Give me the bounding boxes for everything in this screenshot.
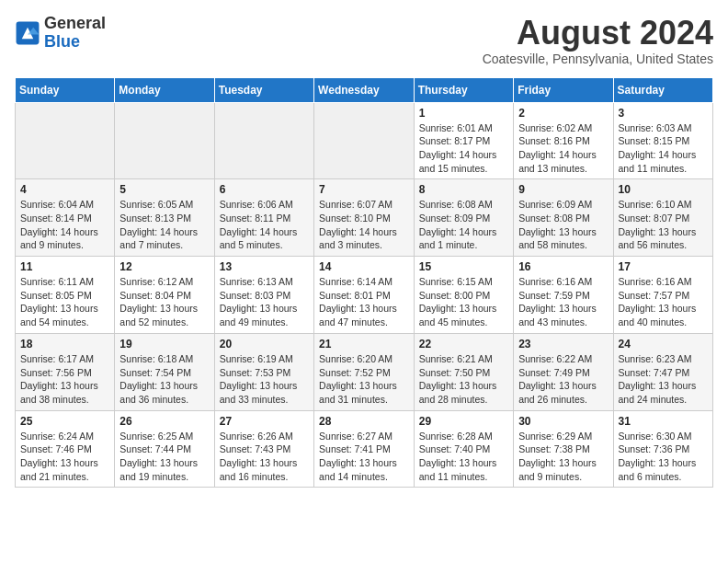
day-info: Sunrise: 6:22 AM Sunset: 7:49 PM Dayligh…	[518, 352, 608, 407]
day-number: 21	[319, 338, 409, 350]
day-cell: 20Sunrise: 6:19 AM Sunset: 7:53 PM Dayli…	[214, 333, 313, 410]
day-cell: 1Sunrise: 6:01 AM Sunset: 8:17 PM Daylig…	[414, 102, 513, 179]
day-number: 17	[619, 260, 708, 273]
day-cell: 19Sunrise: 6:18 AM Sunset: 7:54 PM Dayli…	[115, 333, 214, 410]
day-cell	[214, 102, 313, 179]
day-info: Sunrise: 6:26 AM Sunset: 7:43 PM Dayligh…	[220, 430, 309, 484]
day-cell: 6Sunrise: 6:06 AM Sunset: 8:11 PM Daylig…	[214, 179, 313, 257]
day-number: 6	[220, 183, 309, 196]
day-info: Sunrise: 6:20 AM Sunset: 7:52 PM Dayligh…	[319, 352, 409, 407]
day-number: 27	[220, 415, 309, 428]
calendar-table: SundayMondayTuesdayWednesdayThursdayFrid…	[15, 77, 713, 488]
day-number: 28	[319, 415, 409, 428]
day-cell: 21Sunrise: 6:20 AM Sunset: 7:52 PM Dayli…	[314, 333, 415, 410]
day-cell: 27Sunrise: 6:26 AM Sunset: 7:43 PM Dayli…	[214, 410, 313, 488]
day-cell: 9Sunrise: 6:09 AM Sunset: 8:08 PM Daylig…	[514, 179, 613, 257]
day-number: 16	[518, 260, 608, 273]
day-info: Sunrise: 6:08 AM Sunset: 8:09 PM Dayligh…	[419, 198, 508, 252]
logo-line2: Blue	[44, 33, 106, 52]
day-cell: 30Sunrise: 6:29 AM Sunset: 7:38 PM Dayli…	[514, 410, 613, 488]
day-info: Sunrise: 6:19 AM Sunset: 7:53 PM Dayligh…	[220, 352, 309, 407]
day-cell	[115, 102, 214, 179]
day-cell: 8Sunrise: 6:08 AM Sunset: 8:09 PM Daylig…	[414, 179, 513, 257]
day-info: Sunrise: 6:11 AM Sunset: 8:05 PM Dayligh…	[20, 275, 109, 329]
day-cell: 15Sunrise: 6:15 AM Sunset: 8:00 PM Dayli…	[414, 257, 513, 334]
subtitle: Coatesville, Pennsylvania, United States	[483, 52, 713, 66]
day-number: 7	[319, 183, 409, 196]
week-row-3: 11Sunrise: 6:11 AM Sunset: 8:05 PM Dayli…	[16, 257, 713, 334]
day-info: Sunrise: 6:06 AM Sunset: 8:11 PM Dayligh…	[220, 198, 309, 252]
day-cell: 4Sunrise: 6:04 AM Sunset: 8:14 PM Daylig…	[16, 179, 115, 257]
day-number: 3	[619, 107, 708, 120]
day-number: 20	[220, 338, 309, 350]
day-number: 2	[518, 107, 608, 120]
day-number: 18	[20, 338, 109, 350]
day-info: Sunrise: 6:27 AM Sunset: 7:41 PM Dayligh…	[319, 430, 409, 484]
day-cell: 13Sunrise: 6:13 AM Sunset: 8:03 PM Dayli…	[214, 257, 313, 334]
day-info: Sunrise: 6:17 AM Sunset: 7:56 PM Dayligh…	[20, 352, 109, 407]
header-cell-saturday: Saturday	[613, 77, 712, 102]
day-info: Sunrise: 6:13 AM Sunset: 8:03 PM Dayligh…	[220, 275, 309, 329]
page-header: General Blue August 2024 Coatesville, Pe…	[15, 15, 713, 66]
day-cell: 31Sunrise: 6:30 AM Sunset: 7:36 PM Dayli…	[613, 410, 712, 488]
week-row-4: 18Sunrise: 6:17 AM Sunset: 7:56 PM Dayli…	[16, 333, 713, 410]
day-number: 26	[119, 415, 209, 428]
day-info: Sunrise: 6:05 AM Sunset: 8:13 PM Dayligh…	[119, 198, 209, 252]
day-number: 22	[419, 338, 508, 350]
day-number: 4	[20, 183, 109, 196]
day-info: Sunrise: 6:09 AM Sunset: 8:08 PM Dayligh…	[518, 198, 608, 252]
day-cell: 5Sunrise: 6:05 AM Sunset: 8:13 PM Daylig…	[115, 179, 214, 257]
week-row-5: 25Sunrise: 6:24 AM Sunset: 7:46 PM Dayli…	[16, 410, 713, 488]
day-info: Sunrise: 6:12 AM Sunset: 8:04 PM Dayligh…	[119, 275, 209, 329]
calendar-header: SundayMondayTuesdayWednesdayThursdayFrid…	[16, 77, 713, 102]
day-info: Sunrise: 6:07 AM Sunset: 8:10 PM Dayligh…	[319, 198, 409, 252]
day-cell: 25Sunrise: 6:24 AM Sunset: 7:46 PM Dayli…	[16, 410, 115, 488]
main-title: August 2024	[483, 15, 713, 52]
logo-icon	[15, 20, 40, 46]
day-number: 31	[619, 415, 708, 428]
day-cell	[314, 102, 415, 179]
day-info: Sunrise: 6:14 AM Sunset: 8:01 PM Dayligh…	[319, 275, 409, 329]
day-cell: 26Sunrise: 6:25 AM Sunset: 7:44 PM Dayli…	[115, 410, 214, 488]
header-cell-sunday: Sunday	[16, 77, 115, 102]
day-number: 24	[619, 338, 708, 350]
day-cell: 3Sunrise: 6:03 AM Sunset: 8:15 PM Daylig…	[613, 102, 712, 179]
day-number: 29	[419, 415, 508, 428]
day-info: Sunrise: 6:18 AM Sunset: 7:54 PM Dayligh…	[119, 352, 209, 407]
day-info: Sunrise: 6:04 AM Sunset: 8:14 PM Dayligh…	[20, 198, 109, 252]
day-cell: 10Sunrise: 6:10 AM Sunset: 8:07 PM Dayli…	[613, 179, 712, 257]
day-info: Sunrise: 6:23 AM Sunset: 7:47 PM Dayligh…	[619, 352, 708, 407]
calendar-body: 1Sunrise: 6:01 AM Sunset: 8:17 PM Daylig…	[16, 102, 713, 488]
day-info: Sunrise: 6:16 AM Sunset: 7:57 PM Dayligh…	[619, 275, 708, 329]
day-cell	[16, 102, 115, 179]
day-number: 30	[518, 415, 608, 428]
day-number: 9	[518, 183, 608, 196]
day-number: 10	[619, 183, 708, 196]
logo: General Blue	[15, 15, 106, 52]
day-number: 12	[119, 260, 209, 273]
day-info: Sunrise: 6:24 AM Sunset: 7:46 PM Dayligh…	[20, 430, 109, 484]
day-cell: 16Sunrise: 6:16 AM Sunset: 7:59 PM Dayli…	[514, 257, 613, 334]
day-cell: 2Sunrise: 6:02 AM Sunset: 8:16 PM Daylig…	[514, 102, 613, 179]
title-block: August 2024 Coatesville, Pennsylvania, U…	[483, 15, 713, 66]
day-cell: 7Sunrise: 6:07 AM Sunset: 8:10 PM Daylig…	[314, 179, 415, 257]
day-number: 5	[119, 183, 209, 196]
day-number: 23	[518, 338, 608, 350]
day-cell: 28Sunrise: 6:27 AM Sunset: 7:41 PM Dayli…	[314, 410, 415, 488]
day-cell: 24Sunrise: 6:23 AM Sunset: 7:47 PM Dayli…	[613, 333, 712, 410]
week-row-2: 4Sunrise: 6:04 AM Sunset: 8:14 PM Daylig…	[16, 179, 713, 257]
day-number: 8	[419, 183, 508, 196]
day-info: Sunrise: 6:25 AM Sunset: 7:44 PM Dayligh…	[119, 430, 209, 484]
header-row: SundayMondayTuesdayWednesdayThursdayFrid…	[16, 77, 713, 102]
day-info: Sunrise: 6:15 AM Sunset: 8:00 PM Dayligh…	[419, 275, 508, 329]
day-number: 13	[220, 260, 309, 273]
day-info: Sunrise: 6:02 AM Sunset: 8:16 PM Dayligh…	[518, 121, 608, 176]
header-cell-tuesday: Tuesday	[214, 77, 313, 102]
day-cell: 17Sunrise: 6:16 AM Sunset: 7:57 PM Dayli…	[613, 257, 712, 334]
day-number: 15	[419, 260, 508, 273]
week-row-1: 1Sunrise: 6:01 AM Sunset: 8:17 PM Daylig…	[16, 102, 713, 179]
day-number: 19	[119, 338, 209, 350]
header-cell-monday: Monday	[115, 77, 214, 102]
day-number: 1	[419, 107, 508, 120]
day-number: 14	[319, 260, 409, 273]
